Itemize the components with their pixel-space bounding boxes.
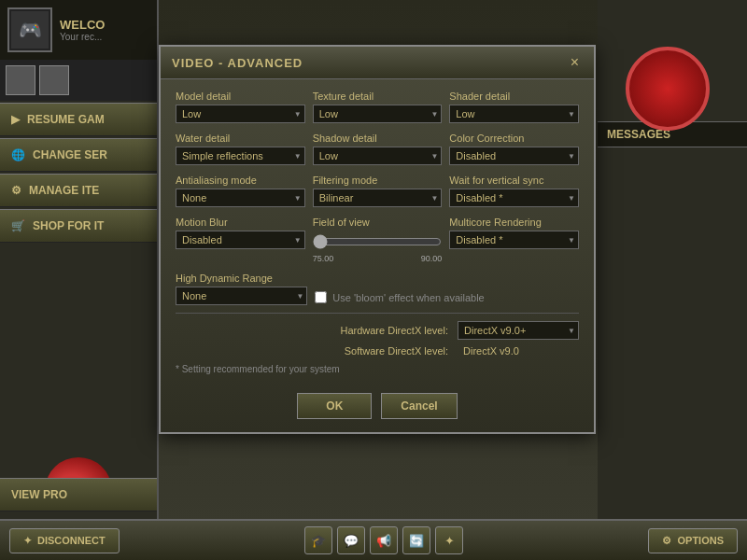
view-profile-section: VIEW PRO [0, 448, 157, 513]
hdr-select-wrapper: NoneFull ▼ [176, 287, 307, 305]
water-detail-select-wrapper: No waterReflect worldSimple reflectionsR… [176, 147, 305, 165]
disconnect-icon: ✦ [23, 535, 32, 547]
refresh-icon-button[interactable]: 🔄 [402, 526, 430, 554]
bloom-group: Use 'bloom' effect when available [315, 273, 579, 303]
fov-slider-container: 75.00 90.00 [313, 231, 443, 263]
filtering-group: Filtering mode BilinearTrilinearAnisotro… [313, 175, 443, 207]
sidebar-item-shop[interactable]: 🛒 SHOP FOR IT [0, 209, 157, 243]
right-panel: MESSAGES [598, 0, 747, 560]
shadow-detail-select-wrapper: LowMediumHigh ▼ [313, 147, 443, 165]
shadow-detail-group: Shadow detail LowMediumHigh ▼ [313, 133, 443, 165]
cancel-button[interactable]: Cancel [381, 393, 457, 419]
texture-detail-select[interactable]: LowMediumHighUltra [313, 105, 443, 123]
fov-label: Field of view [313, 217, 443, 228]
hdr-group: High Dynamic Range NoneFull ▼ [176, 273, 307, 305]
avatar-icon: 🎮 [11, 11, 49, 49]
dialog-buttons: OK Cancel [161, 385, 594, 432]
dialog-title-bar: VIDEO - ADVANCED × [161, 47, 594, 79]
change-server-label: CHANGE SER [33, 148, 107, 161]
star-icon-button[interactable]: ✦ [435, 526, 463, 554]
multicore-select-wrapper: Disabled *Enabled ▼ [449, 231, 579, 249]
shader-detail-select-wrapper: LowMediumHigh ▼ [449, 105, 579, 123]
dialog-body: Model detail LowMediumHighUltra ▼ Textur… [161, 79, 594, 385]
sidebar-avatars [0, 60, 157, 101]
multicore-group: Multicore Rendering Disabled *Enabled ▼ [449, 217, 579, 263]
dialog-title: VIDEO - ADVANCED [172, 56, 303, 70]
filtering-label: Filtering mode [313, 175, 443, 186]
rec-text: Your rec... [60, 32, 105, 42]
sidebar-item-change-server[interactable]: 🌐 CHANGE SER [0, 138, 157, 172]
water-detail-select[interactable]: No waterReflect worldSimple reflectionsR… [176, 147, 305, 165]
divider [176, 313, 579, 314]
vsync-group: Wait for vertical sync Disabled *Enabled… [449, 175, 579, 207]
water-detail-group: Water detail No waterReflect worldSimple… [176, 133, 305, 165]
model-detail-select[interactable]: LowMediumHighUltra [176, 105, 305, 123]
bottom-center-icons: 🎓 💬 📢 🔄 ✦ [304, 526, 463, 554]
model-detail-group: Model detail LowMediumHighUltra ▼ [176, 91, 305, 123]
shadow-detail-select[interactable]: LowMediumHigh [313, 147, 443, 165]
friend-avatar-2 [39, 65, 69, 95]
water-detail-label: Water detail [176, 133, 305, 144]
settings-row-3: Antialiasing mode None2x MSAA4x MSAA8x M… [176, 175, 579, 207]
filtering-select-wrapper: BilinearTrilinearAnisotropic 2xAnisotrop… [313, 189, 443, 207]
texture-detail-select-wrapper: LowMediumHighUltra ▼ [313, 105, 443, 123]
video-advanced-dialog: VIDEO - ADVANCED × Model detail LowMediu… [159, 45, 596, 434]
motion-blur-label: Motion Blur [176, 217, 305, 228]
color-correction-select-wrapper: DisabledEnabled ▼ [449, 147, 579, 165]
sidebar-item-resume[interactable]: ▶ RESUME GAM [0, 103, 157, 136]
shadow-detail-label: Shadow detail [313, 133, 443, 144]
fov-slider[interactable] [313, 234, 443, 249]
motion-blur-select-wrapper: DisabledEnabled ▼ [176, 231, 305, 249]
shader-detail-group: Shader detail LowMediumHigh ▼ [449, 91, 579, 123]
megaphone-icon-button[interactable]: 📢 [370, 526, 398, 554]
hdr-select[interactable]: NoneFull [176, 287, 307, 305]
multicore-select[interactable]: Disabled *Enabled [449, 231, 579, 249]
disconnect-button[interactable]: ✦ DISCONNECT [9, 528, 120, 553]
shop-label: SHOP FOR IT [33, 219, 104, 232]
sidebar-header: 🎮 WELCO Your rec... [0, 0, 157, 60]
red-sign [626, 47, 710, 131]
hardware-directx-select[interactable]: DirectX v9.0+DirectX v8.1 [458, 321, 579, 340]
view-profile-label: VIEW PRO [11, 488, 67, 501]
view-profile-btn[interactable]: VIEW PRO [0, 478, 157, 511]
multicore-label: Multicore Rendering [449, 217, 579, 228]
hardware-directx-label: Hardware DirectX level: [176, 325, 448, 336]
note-text: * Setting recommended for your system [176, 364, 579, 374]
filtering-select[interactable]: BilinearTrilinearAnisotropic 2xAnisotrop… [313, 189, 443, 207]
software-directx-value: DirectX v9.0 [458, 345, 579, 357]
model-detail-label: Model detail [176, 91, 305, 102]
shader-detail-label: Shader detail [449, 91, 579, 102]
color-correction-select[interactable]: DisabledEnabled [449, 147, 579, 165]
shop-icon: 🛒 [11, 219, 25, 232]
chat-icon-button[interactable]: 💬 [337, 526, 365, 554]
shader-detail-select[interactable]: LowMediumHigh [449, 105, 579, 123]
software-directx-row: Software DirectX level: DirectX v9.0 [176, 345, 579, 357]
ok-button[interactable]: OK [297, 393, 372, 419]
texture-detail-group: Texture detail LowMediumHighUltra ▼ [313, 91, 443, 123]
avatar: 🎮 [7, 7, 52, 52]
settings-row-5: High Dynamic Range NoneFull ▼ Use 'bloom… [176, 273, 579, 305]
options-button[interactable]: ⚙ OPTIONS [648, 528, 738, 553]
motion-blur-select[interactable]: DisabledEnabled [176, 231, 305, 249]
fov-labels: 75.00 90.00 [313, 254, 443, 263]
color-correction-label: Color Correction [449, 133, 579, 144]
antialiasing-select[interactable]: None2x MSAA4x MSAA8x MSAA [176, 189, 305, 207]
hat-icon-button[interactable]: 🎓 [304, 526, 332, 554]
antialiasing-group: Antialiasing mode None2x MSAA4x MSAA8x M… [176, 175, 305, 207]
dialog-close-button[interactable]: × [567, 54, 583, 71]
settings-row-4: Motion Blur DisabledEnabled ▼ Field of v… [176, 217, 579, 263]
disconnect-label: DISCONNECT [37, 535, 106, 546]
options-label: OPTIONS [677, 535, 724, 546]
vsync-select-wrapper: Disabled *Enabled ▼ [449, 189, 579, 207]
welcome-text: WELCO [60, 18, 105, 32]
sidebar-item-manage-items[interactable]: ⚙ MANAGE ITE [0, 174, 157, 207]
vsync-select[interactable]: Disabled *Enabled [449, 189, 579, 207]
sidebar: 🎮 WELCO Your rec... ▶ RESUME GAM 🌐 CHANG… [0, 0, 159, 560]
hdr-label: High Dynamic Range [176, 273, 307, 284]
hardware-directx-row: Hardware DirectX level: DirectX v9.0+Dir… [176, 321, 579, 340]
directx-section: Hardware DirectX level: DirectX v9.0+Dir… [176, 321, 579, 357]
bloom-label: Use 'bloom' effect when available [332, 292, 484, 303]
bloom-checkbox[interactable] [315, 291, 327, 303]
antialiasing-label: Antialiasing mode [176, 175, 305, 186]
fov-max-label: 90.00 [421, 254, 443, 263]
